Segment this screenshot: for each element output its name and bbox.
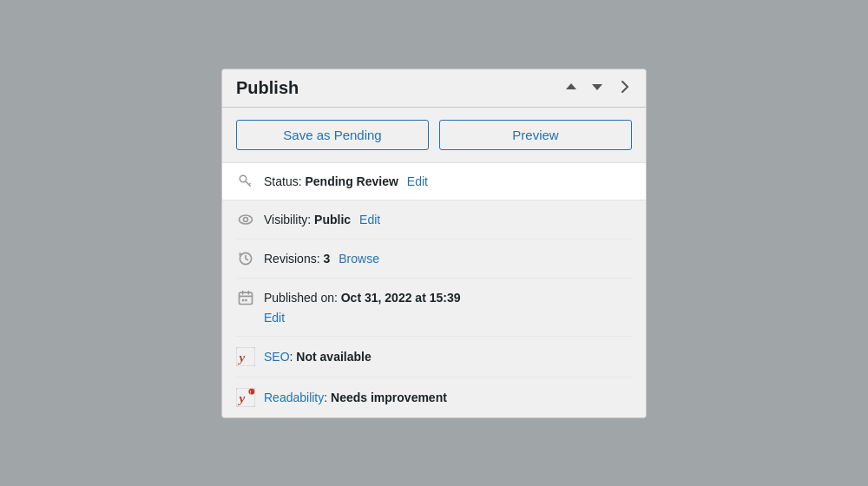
published-on-edit-wrap: Edit [236,310,632,325]
svg-text:!: ! [250,389,252,394]
revisions-browse-link[interactable]: Browse [339,252,379,266]
eye-icon-wrap [236,211,255,228]
readability-label-link[interactable]: Readability [264,391,324,404]
status-row: Status: Pending Review Edit [222,162,646,200]
published-on-block: Published on: Oct 31, 2022 at 15:39 Edit [236,279,632,337]
seo-row: y SEO: Not available [236,337,632,378]
visibility-row: Visibility: Public Edit [236,200,632,240]
seo-text: SEO: Not available [264,350,372,364]
published-on-edit-link[interactable]: Edit [264,311,285,325]
expand-button[interactable] [613,79,632,97]
eye-icon [237,211,254,228]
calendar-icon-wrap [236,289,255,306]
status-text: Status: Pending Review [264,174,398,188]
visibility-edit-link[interactable]: Edit [359,213,380,227]
visibility-text: Visibility: Public [264,213,351,227]
svg-rect-5 [245,299,247,301]
yoast-readability-icon-wrap: y ! [236,388,255,407]
published-on-text: Published on: Oct 31, 2022 at 15:39 [264,291,461,305]
svg-point-1 [240,215,253,224]
published-on-row: Published on: Oct 31, 2022 at 15:39 [236,289,632,306]
svg-text:y: y [237,350,245,364]
publish-panel: Publish Save as Pending Previ [221,69,647,418]
key-icon [238,174,253,189]
key-icon-wrap [236,174,255,189]
svg-text:y: y [237,391,245,404]
history-icon [237,250,254,267]
panel-title: Publish [236,78,299,98]
header-controls [561,79,632,97]
svg-rect-4 [242,299,245,301]
panel-body: Save as Pending Preview Status: Pending … [222,108,646,417]
revisions-text: Revisions: 3 [264,252,330,266]
preview-button[interactable]: Preview [439,120,632,150]
yoast-seo-icon-wrap: y [236,347,255,366]
collapse-up-button[interactable] [561,79,582,97]
yoast-seo-icon: y [236,347,255,366]
seo-label-link[interactable]: SEO [264,350,290,364]
svg-rect-3 [240,292,253,304]
collapse-down-button[interactable] [587,79,608,97]
readability-text: Readability: Needs improvement [264,391,447,404]
status-edit-link[interactable]: Edit [407,174,428,188]
svg-point-2 [244,217,248,221]
readability-row: y ! Readability: Needs improvement [236,378,632,417]
calendar-icon [237,289,254,306]
revisions-row: Revisions: 3 Browse [236,240,632,279]
history-icon-wrap [236,250,255,267]
yoast-readability-icon: y ! [236,388,255,407]
action-buttons: Save as Pending Preview [236,120,632,150]
save-pending-button[interactable]: Save as Pending [236,120,429,150]
panel-header: Publish [222,69,646,108]
